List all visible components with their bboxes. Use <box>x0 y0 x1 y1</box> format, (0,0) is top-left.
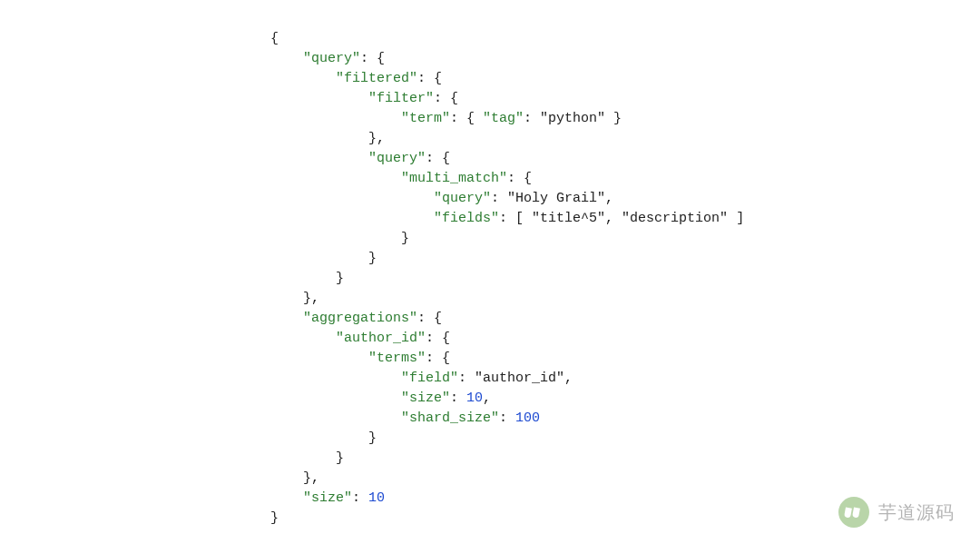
colon: : <box>450 391 466 406</box>
colon: : { <box>450 111 483 126</box>
json-value-holygrail: "Holy Grail" <box>507 191 605 206</box>
watermark-text: 芋道源码 <box>878 502 955 522</box>
brace-close: } <box>336 271 344 286</box>
json-key-field: "field" <box>401 371 458 386</box>
json-value-100: 100 <box>515 410 540 426</box>
json-key-filter: "filter" <box>368 91 434 106</box>
colon: : { <box>360 51 385 66</box>
json-key-terms: "terms" <box>368 351 426 366</box>
json-key-tag: "tag" <box>483 111 524 126</box>
comma: , <box>605 191 613 206</box>
brace-close: } <box>368 430 377 446</box>
json-value-10b: 10 <box>368 490 385 506</box>
brace-close: }, <box>303 291 319 306</box>
comma: , <box>483 391 491 406</box>
colon: : <box>352 490 368 506</box>
colon: : <box>499 410 515 426</box>
brace-close: } <box>336 450 344 466</box>
json-key-aggregations: "aggregations" <box>303 311 417 326</box>
json-key-authorid: "author_id" <box>336 331 426 346</box>
watermark: 芋道源码 <box>838 497 955 528</box>
wechat-icon <box>838 497 869 528</box>
colon: : <box>491 191 507 206</box>
brace-close: } <box>368 251 377 266</box>
json-key-size2: "size" <box>303 490 352 506</box>
json-key-shardsize: "shard_size" <box>401 410 499 426</box>
json-key-multimatch: "multi_match" <box>401 171 507 186</box>
colon: : [ <box>499 211 532 226</box>
json-key-size: "size" <box>401 391 450 406</box>
colon: : { <box>417 71 442 86</box>
brace-close: } <box>270 510 279 526</box>
colon: : <box>524 111 540 126</box>
json-value-authorid: "author_id" <box>475 371 564 386</box>
json-key-query3: "query" <box>434 191 491 206</box>
json-value-title5: "title^5" <box>532 211 605 226</box>
brace-close: }, <box>303 470 319 486</box>
colon: : { <box>507 171 532 186</box>
colon: : { <box>426 351 450 366</box>
json-key-query2: "query" <box>368 151 426 166</box>
brace-close: }, <box>368 131 385 146</box>
json-key-term: "term" <box>401 111 450 126</box>
json-key-filtered: "filtered" <box>336 71 417 86</box>
json-value-10: 10 <box>466 391 483 406</box>
comma: , <box>605 211 622 226</box>
brace: { <box>270 31 279 46</box>
colon: : <box>458 371 475 386</box>
comma: , <box>564 371 573 386</box>
json-value-python: "python" <box>540 111 605 126</box>
json-value-description: "description" <box>622 211 728 226</box>
json-key-fields: "fields" <box>434 211 499 226</box>
colon: : { <box>417 311 442 326</box>
colon: : { <box>434 91 458 106</box>
brace-close: } <box>605 111 622 126</box>
json-key-query: "query" <box>303 51 360 66</box>
colon: : { <box>426 151 450 166</box>
colon: : { <box>426 331 450 346</box>
bracket-close: ] <box>728 211 744 226</box>
brace-close: } <box>401 231 409 246</box>
code-snippet: { "query": { "filtered": { "filter": { "… <box>0 0 980 529</box>
